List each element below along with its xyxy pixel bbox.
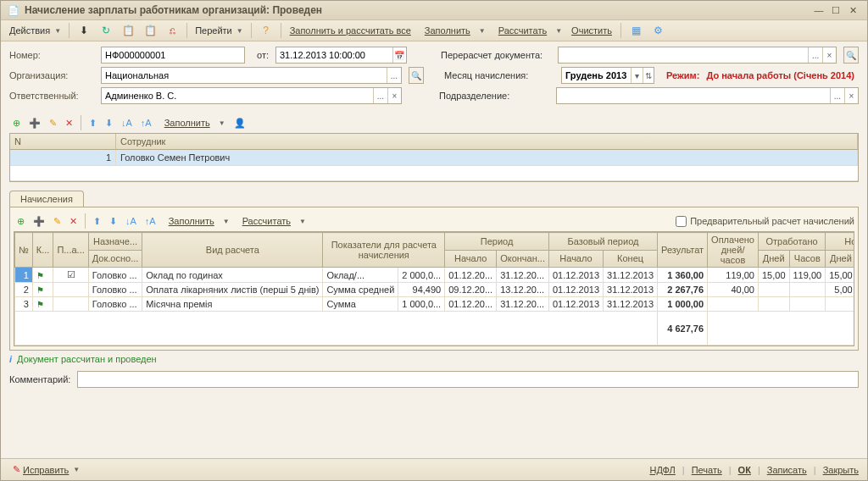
col-employee[interactable]: Сотрудник: [116, 134, 858, 149]
ndfl-link[interactable]: НДФЛ: [649, 465, 675, 475]
sort-desc-icon[interactable]: ↑A: [137, 116, 155, 130]
tab-accruals[interactable]: Начисления: [9, 191, 84, 207]
minimize-button[interactable]: —: [811, 3, 826, 17]
down-icon[interactable]: ⬇: [102, 116, 116, 130]
resp-select-icon[interactable]: ...: [373, 88, 387, 103]
acc-calc-menu[interactable]: Рассчитать▼: [235, 213, 309, 229]
sort-asc-icon[interactable]: ↓A: [118, 116, 136, 130]
comment-input[interactable]: [77, 371, 859, 388]
division-label: Подразделение:: [439, 91, 549, 101]
record-icon[interactable]: 📋: [140, 22, 160, 39]
acc-add-icon[interactable]: ⊕: [14, 214, 28, 229]
col-no[interactable]: №: [15, 233, 33, 268]
fill-calculate-all-link[interactable]: Заполнить и рассчитать все: [286, 24, 415, 37]
acc-fill-menu[interactable]: Заполнить▼: [161, 213, 233, 229]
insert-icon[interactable]: ➕: [25, 116, 44, 130]
col-paid[interactable]: Оплачено дней/часов: [708, 233, 759, 268]
accrual-row[interactable]: 2 ⚑ Головко ... Оплата лікарняних листів…: [15, 283, 855, 297]
calculate-menu[interactable]: Рассчитать▼: [491, 22, 565, 39]
form-header: Номер: от: 📅 Перерасчет документа: ... ×…: [1, 41, 867, 109]
col-norm[interactable]: Норма: [826, 233, 854, 251]
emp-fill-menu[interactable]: Заполнить▼: [157, 114, 229, 131]
recalc-search-icon[interactable]: 🔍: [843, 47, 859, 64]
window-title: Начисление зарплаты работникам организац…: [25, 4, 810, 16]
acc-down-icon[interactable]: ⬇: [106, 214, 120, 229]
add-icon[interactable]: ⊕: [9, 116, 24, 130]
refresh-icon[interactable]: ↻: [96, 22, 116, 39]
grid-icon[interactable]: ▦: [626, 22, 646, 39]
settings-icon[interactable]: ⚙: [648, 22, 668, 39]
col-whours[interactable]: Часов: [789, 250, 826, 268]
recalc-input[interactable]: [559, 50, 808, 60]
acc-delete-icon[interactable]: ✕: [66, 214, 81, 229]
resp-clear-icon[interactable]: ×: [387, 88, 401, 103]
fill-menu[interactable]: Заполнить▼: [417, 22, 489, 39]
col-worked[interactable]: Отработано: [758, 233, 825, 251]
fix-menu[interactable]: ✎ Исправить▼: [9, 462, 83, 477]
goto-menu[interactable]: Перейти▼: [192, 24, 247, 37]
col-bend[interactable]: Конец: [604, 250, 658, 268]
org-label: Организация:: [9, 70, 94, 80]
help-icon[interactable]: ?: [256, 22, 276, 39]
acc-insert-icon[interactable]: ➕: [30, 214, 48, 229]
recalc-clear-icon[interactable]: ×: [822, 47, 836, 63]
acc-sort-desc-icon[interactable]: ↑A: [142, 214, 159, 228]
calendar-icon[interactable]: 📅: [392, 47, 406, 63]
info-icon: i: [9, 354, 12, 364]
employee-empty-row[interactable]: [10, 166, 858, 181]
col-period[interactable]: Период: [445, 233, 549, 251]
actions-menu[interactable]: Действия▼: [6, 24, 64, 37]
col-indicators[interactable]: Показатели для расчета начисления: [323, 233, 445, 268]
employee-row[interactable]: 1 Головко Семен Петрович: [10, 150, 858, 166]
col-calc-type[interactable]: Вид расчета: [142, 233, 323, 268]
preview-checkbox[interactable]: Предварительный расчет начислений: [676, 216, 854, 227]
month-dropdown-icon[interactable]: ▾: [631, 68, 642, 83]
edit-icon[interactable]: ✎: [46, 116, 60, 130]
org-select-icon[interactable]: ...: [387, 68, 401, 83]
close-link[interactable]: Закрыть: [823, 465, 859, 475]
resp-input[interactable]: [102, 91, 373, 101]
col-k[interactable]: К...: [32, 233, 53, 268]
maximize-button[interactable]: ☐: [828, 3, 843, 17]
accrual-row[interactable]: 1 ⚑ ☑ Головко ... Оклад по годинах Оклад…: [15, 268, 855, 283]
col-wdays[interactable]: Дней: [758, 250, 789, 268]
org-input[interactable]: [102, 70, 387, 80]
col-bstart[interactable]: Начало: [548, 250, 603, 268]
recalc-select-icon[interactable]: ...: [808, 47, 821, 63]
copy-icon[interactable]: 📋: [118, 22, 138, 39]
acc-edit-icon[interactable]: ✎: [50, 214, 64, 229]
division-select-icon[interactable]: ...: [830, 88, 843, 103]
col-doc-basis[interactable]: Док.осно...: [88, 250, 142, 268]
user-icon[interactable]: 👤: [231, 116, 249, 130]
clear-link[interactable]: Очистить: [567, 24, 616, 37]
mode-value: До начала работы (Січень 2014): [706, 70, 854, 80]
col-result[interactable]: Результат: [658, 233, 708, 268]
month-spinner-icon[interactable]: ⇅: [643, 68, 654, 83]
close-button[interactable]: ✕: [845, 3, 860, 17]
col-base-period[interactable]: Базовый период: [548, 233, 657, 251]
col-p[interactable]: П...а...: [53, 233, 88, 268]
number-input[interactable]: [102, 50, 244, 60]
col-pend[interactable]: Окончан...: [497, 250, 549, 268]
org-search-icon[interactable]: 🔍: [409, 67, 424, 84]
acc-sort-asc-icon[interactable]: ↓A: [122, 214, 140, 228]
preview-checkbox-input[interactable]: [676, 216, 687, 227]
col-assign[interactable]: Назначе...: [88, 233, 142, 251]
up-icon[interactable]: ⬆: [86, 116, 100, 130]
month-input[interactable]: [562, 70, 631, 80]
date-input[interactable]: [276, 50, 392, 60]
col-n[interactable]: N: [10, 134, 116, 149]
accrual-row[interactable]: 3 ⚑ Головко ... Місячна премія Сумма 1 0…: [15, 297, 855, 312]
save-link[interactable]: Записать: [767, 465, 807, 475]
post-icon[interactable]: ⬇: [74, 22, 94, 39]
recalc-label: Перерасчет документа:: [441, 50, 551, 60]
col-pstart[interactable]: Начало: [445, 250, 497, 268]
division-input[interactable]: [557, 91, 830, 101]
ok-button[interactable]: ОК: [738, 465, 751, 475]
col-ndays[interactable]: Дней: [826, 250, 854, 268]
division-clear-icon[interactable]: ×: [844, 88, 858, 103]
print-link[interactable]: Печать: [692, 465, 722, 475]
delete-icon[interactable]: ✕: [62, 116, 76, 130]
acc-up-icon[interactable]: ⬆: [90, 214, 104, 229]
structure-icon[interactable]: ⎌: [162, 22, 182, 39]
